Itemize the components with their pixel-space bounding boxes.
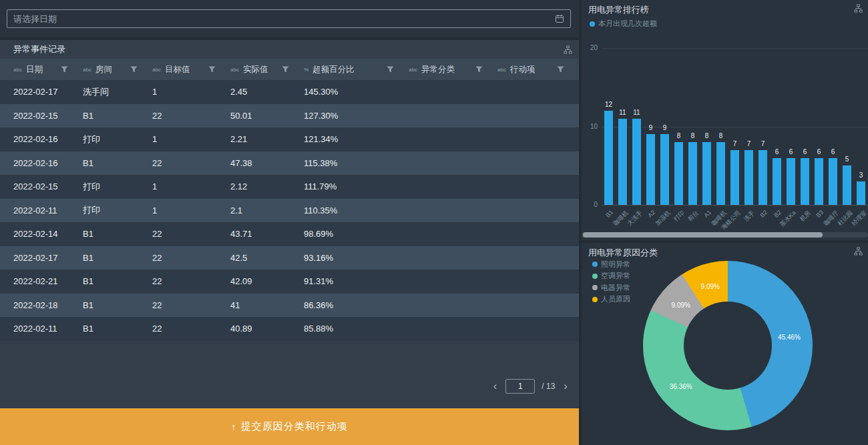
table-cell: 42.09 [230,270,304,294]
legend-item-1[interactable]: 照明异常 [592,260,630,269]
bar-value-label: 8 [711,132,731,139]
filter-icon[interactable] [130,66,138,73]
table-row[interactable]: 2022-02-11B12240.8985.88% [0,317,579,341]
bar[interactable] [674,142,683,205]
column-header-6[interactable]: abc异常分类 [409,59,497,80]
bar[interactable] [660,134,669,205]
page-input[interactable] [505,379,535,394]
table-row[interactable]: 2022-02-17洗手间12.45145.30% [0,80,579,104]
column-label: 实际值 [243,64,268,75]
filter-icon[interactable] [282,66,289,73]
table-row[interactable]: 2022-02-17B12242.593.16% [0,246,579,270]
hierarchy-icon[interactable] [564,45,572,54]
x-axis-label: 机房 [798,209,813,224]
table-cell [497,104,579,128]
legend-dot [592,285,598,290]
legend-item-3[interactable]: 电器异常 [592,284,630,292]
column-type-icon: abc [13,67,22,73]
column-type-icon: abc [497,67,506,73]
pagination: ‹ / 13 › [491,379,570,394]
table-cell: B1 [83,317,152,341]
submit-button[interactable]: ↑ 提交原因分类和行动项 [0,408,579,445]
filter-icon[interactable] [475,66,483,73]
bar[interactable] [758,150,767,205]
chart-hscrollbar-track[interactable] [582,232,868,238]
bar[interactable] [618,119,627,205]
table-row[interactable]: 2022-02-21B12242.0991.31% [0,270,579,294]
table-row[interactable]: 2022-02-15B12250.01127.30% [0,104,579,128]
y-axis-tick-label: 0 [582,201,598,208]
bar[interactable] [843,165,851,205]
bar[interactable] [646,134,655,205]
table-row[interactable]: 2022-02-11打印12.1110.35% [0,199,579,223]
table-cell: 50.01 [230,104,304,128]
bar[interactable] [815,158,823,205]
hierarchy-icon[interactable] [854,247,863,256]
filter-icon[interactable] [61,66,68,73]
x-axis-label: A1 [703,209,713,219]
filter-icon[interactable] [387,66,394,73]
bar[interactable] [604,111,613,205]
column-type-icon: abc [409,67,417,73]
column-type-icon: abc [230,67,239,73]
column-type-icon: abc [152,67,161,73]
bar[interactable] [688,142,697,205]
bar[interactable] [829,158,837,205]
table-row[interactable]: 2022-02-14B12243.7198.69% [0,222,579,246]
calendar-icon[interactable] [555,14,564,23]
bar[interactable] [744,150,753,205]
date-input-field[interactable] [13,14,555,24]
date-picker-bar [0,0,579,37]
table-cell [409,317,497,341]
bar-value-label: 9 [655,124,675,131]
filter-icon[interactable] [208,66,216,73]
table-row[interactable]: 2022-02-16B12247.38115.38% [0,151,579,175]
table-row[interactable]: 2022-02-18B1224186.36% [0,294,579,318]
y-axis-tick-label: 10 [582,123,598,130]
bar[interactable] [773,158,781,205]
table-cell: 2.45 [230,80,304,104]
table-cell [497,80,579,104]
donut-chart[interactable] [643,261,813,430]
x-axis-label: 杜比园 [835,209,854,228]
table-cell: 86.36% [304,294,409,318]
legend-item-4[interactable]: 人员原因 [592,296,630,304]
bar-value-label: 5 [837,155,857,163]
legend-dot [592,297,598,302]
column-header-1[interactable]: abc日期 [13,59,83,80]
bar[interactable] [716,142,725,205]
date-picker-input[interactable] [7,9,571,28]
table-cell: 22 [152,317,230,341]
chevron-right-icon[interactable]: › [562,379,570,394]
chevron-left-icon[interactable]: ‹ [491,379,499,394]
column-header-3[interactable]: abc目标值 [152,59,230,80]
column-header-5[interactable]: %超额百分比 [304,59,409,80]
column-header-7[interactable]: abc行动项 [497,59,579,80]
table-row[interactable]: 2022-02-16打印12.21121.34% [0,127,579,151]
table-cell: 1 [152,80,230,104]
bar[interactable] [857,181,865,205]
bar[interactable] [632,119,641,205]
pie-value-label: 36.36% [670,382,692,390]
bar[interactable] [801,158,809,205]
bar[interactable] [730,150,739,205]
chart-hscrollbar-thumb[interactable] [583,232,823,238]
table-cell: 1 [152,199,230,223]
table-cell: 2.12 [230,175,304,199]
table-header-row: abc日期abc房间abc目标值abc实际值%超额百分比abc异常分类abc行动… [0,59,579,80]
column-header-2[interactable]: abc房间 [83,59,152,80]
filter-icon[interactable] [557,66,564,73]
bar[interactable] [787,158,795,205]
bar[interactable] [702,142,711,205]
table-row[interactable]: 2022-02-15打印12.12111.79% [0,175,579,199]
page-total: / 13 [541,382,555,391]
up-arrow-icon: ↑ [231,421,237,432]
table-cell [497,246,579,270]
gridline [602,48,868,49]
table-cell [409,294,497,318]
legend-item-2[interactable]: 空调异常 [592,272,630,281]
x-axis-label: 大洗手 [625,209,644,228]
table-cell: 115.38% [304,151,409,175]
table-body: 2022-02-17洗手间12.45145.30%2022-02-15B1225… [0,80,579,341]
column-header-4[interactable]: abc实际值 [230,59,304,80]
